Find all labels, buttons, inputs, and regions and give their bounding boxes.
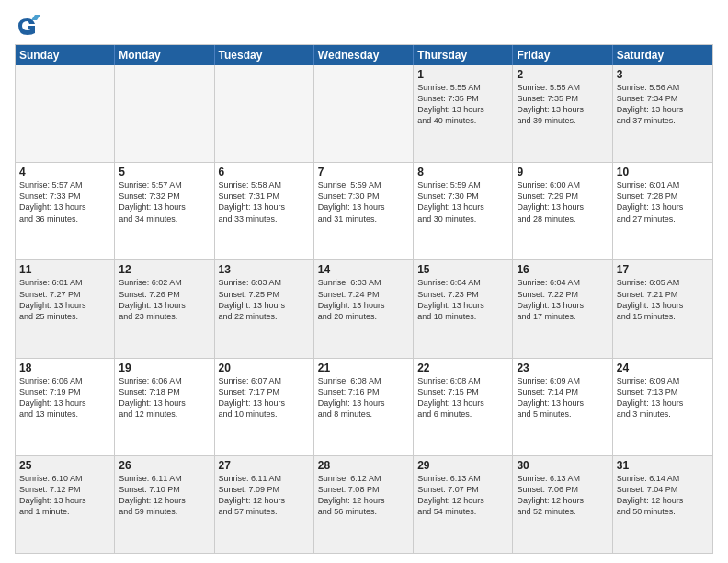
day-cell-5: 5Sunrise: 5:57 AM Sunset: 7:32 PM Daylig…	[115, 163, 214, 259]
day-info: Sunrise: 6:13 AM Sunset: 7:06 PM Dayligh…	[517, 473, 608, 518]
day-cell-17: 17Sunrise: 6:05 AM Sunset: 7:21 PM Dayli…	[613, 260, 712, 357]
day-cell-27: 27Sunrise: 6:11 AM Sunset: 7:09 PM Dayli…	[215, 456, 314, 553]
day-info: Sunrise: 6:04 AM Sunset: 7:22 PM Dayligh…	[517, 277, 608, 322]
empty-cell	[16, 65, 115, 162]
day-info: Sunrise: 6:11 AM Sunset: 7:09 PM Dayligh…	[219, 473, 310, 518]
weekday-header-thursday: Thursday	[414, 45, 513, 65]
day-info: Sunrise: 6:14 AM Sunset: 7:04 PM Dayligh…	[617, 473, 709, 518]
day-info: Sunrise: 6:08 AM Sunset: 7:15 PM Dayligh…	[417, 375, 508, 420]
weekday-header-monday: Monday	[115, 45, 214, 65]
day-cell-6: 6Sunrise: 5:58 AM Sunset: 7:31 PM Daylig…	[215, 163, 314, 259]
day-cell-21: 21Sunrise: 6:08 AM Sunset: 7:16 PM Dayli…	[314, 359, 414, 455]
day-cell-18: 18Sunrise: 6:06 AM Sunset: 7:19 PM Dayli…	[16, 359, 115, 455]
day-number: 20	[219, 362, 310, 374]
day-cell-24: 24Sunrise: 6:09 AM Sunset: 7:13 PM Dayli…	[613, 359, 712, 455]
day-number: 30	[517, 459, 608, 472]
day-number: 13	[219, 263, 310, 276]
day-cell-1: 1Sunrise: 5:55 AM Sunset: 7:35 PM Daylig…	[414, 65, 513, 162]
empty-cell	[314, 65, 414, 162]
day-cell-12: 12Sunrise: 6:02 AM Sunset: 7:26 PM Dayli…	[115, 260, 214, 357]
day-number: 23	[517, 362, 608, 374]
day-number: 5	[119, 166, 210, 178]
day-cell-3: 3Sunrise: 5:56 AM Sunset: 7:34 PM Daylig…	[613, 65, 712, 162]
day-cell-28: 28Sunrise: 6:12 AM Sunset: 7:08 PM Dayli…	[314, 456, 414, 553]
day-number: 15	[417, 263, 508, 276]
day-cell-16: 16Sunrise: 6:04 AM Sunset: 7:22 PM Dayli…	[513, 260, 612, 357]
weekday-header-friday: Friday	[513, 45, 612, 65]
calendar: SundayMondayTuesdayWednesdayThursdayFrid…	[15, 44, 713, 554]
day-number: 28	[318, 459, 409, 472]
weekday-header-saturday: Saturday	[613, 45, 712, 65]
weekday-header-tuesday: Tuesday	[215, 45, 314, 65]
day-info: Sunrise: 5:58 AM Sunset: 7:31 PM Dayligh…	[219, 179, 310, 224]
day-cell-23: 23Sunrise: 6:09 AM Sunset: 7:14 PM Dayli…	[513, 359, 612, 455]
day-cell-22: 22Sunrise: 6:08 AM Sunset: 7:15 PM Dayli…	[414, 359, 513, 455]
day-cell-15: 15Sunrise: 6:04 AM Sunset: 7:23 PM Dayli…	[414, 260, 513, 357]
day-info: Sunrise: 6:04 AM Sunset: 7:23 PM Dayligh…	[417, 277, 508, 322]
calendar-row-3: 18Sunrise: 6:06 AM Sunset: 7:19 PM Dayli…	[16, 358, 712, 455]
empty-cell	[215, 65, 314, 162]
day-info: Sunrise: 5:59 AM Sunset: 7:30 PM Dayligh…	[417, 179, 508, 224]
day-info: Sunrise: 6:06 AM Sunset: 7:19 PM Dayligh…	[19, 375, 110, 420]
day-info: Sunrise: 5:57 AM Sunset: 7:32 PM Dayligh…	[119, 179, 210, 224]
day-info: Sunrise: 5:55 AM Sunset: 7:35 PM Dayligh…	[417, 82, 508, 127]
day-info: Sunrise: 6:05 AM Sunset: 7:21 PM Dayligh…	[617, 277, 709, 322]
day-info: Sunrise: 6:12 AM Sunset: 7:08 PM Dayligh…	[318, 473, 409, 518]
day-info: Sunrise: 6:08 AM Sunset: 7:16 PM Dayligh…	[318, 375, 409, 420]
day-cell-14: 14Sunrise: 6:03 AM Sunset: 7:24 PM Dayli…	[314, 260, 414, 357]
day-info: Sunrise: 6:09 AM Sunset: 7:14 PM Dayligh…	[517, 375, 608, 420]
day-number: 17	[617, 263, 709, 276]
day-number: 8	[417, 166, 508, 178]
day-cell-31: 31Sunrise: 6:14 AM Sunset: 7:04 PM Dayli…	[613, 456, 712, 553]
day-number: 3	[617, 68, 709, 81]
logo	[15, 13, 44, 39]
day-number: 4	[19, 166, 110, 178]
day-number: 26	[119, 459, 210, 472]
day-number: 27	[219, 459, 310, 472]
day-number: 10	[617, 166, 709, 178]
day-cell-29: 29Sunrise: 6:13 AM Sunset: 7:07 PM Dayli…	[414, 456, 513, 553]
day-info: Sunrise: 5:55 AM Sunset: 7:35 PM Dayligh…	[517, 82, 608, 127]
day-number: 6	[219, 166, 310, 178]
day-number: 22	[417, 362, 508, 374]
day-cell-2: 2Sunrise: 5:55 AM Sunset: 7:35 PM Daylig…	[513, 65, 612, 162]
calendar-row-1: 4Sunrise: 5:57 AM Sunset: 7:33 PM Daylig…	[16, 162, 712, 259]
day-info: Sunrise: 6:13 AM Sunset: 7:07 PM Dayligh…	[417, 473, 508, 518]
day-info: Sunrise: 6:00 AM Sunset: 7:29 PM Dayligh…	[517, 179, 608, 224]
logo-icon	[15, 13, 40, 39]
day-info: Sunrise: 6:02 AM Sunset: 7:26 PM Dayligh…	[119, 277, 210, 322]
day-cell-20: 20Sunrise: 6:07 AM Sunset: 7:17 PM Dayli…	[215, 359, 314, 455]
day-cell-9: 9Sunrise: 6:00 AM Sunset: 7:29 PM Daylig…	[513, 163, 612, 259]
calendar-row-0: 1Sunrise: 5:55 AM Sunset: 7:35 PM Daylig…	[16, 65, 712, 162]
day-number: 16	[517, 263, 608, 276]
day-number: 1	[417, 68, 508, 81]
day-info: Sunrise: 6:07 AM Sunset: 7:17 PM Dayligh…	[219, 375, 310, 420]
day-number: 14	[318, 263, 409, 276]
day-number: 29	[417, 459, 508, 472]
day-number: 24	[617, 362, 709, 374]
day-info: Sunrise: 5:57 AM Sunset: 7:33 PM Dayligh…	[19, 179, 110, 224]
day-number: 18	[19, 362, 110, 374]
day-info: Sunrise: 6:09 AM Sunset: 7:13 PM Dayligh…	[617, 375, 709, 420]
calendar-body: 1Sunrise: 5:55 AM Sunset: 7:35 PM Daylig…	[16, 65, 712, 553]
day-info: Sunrise: 6:11 AM Sunset: 7:10 PM Dayligh…	[119, 473, 210, 518]
weekday-header-wednesday: Wednesday	[314, 45, 414, 65]
day-info: Sunrise: 6:01 AM Sunset: 7:27 PM Dayligh…	[19, 277, 110, 322]
day-info: Sunrise: 5:56 AM Sunset: 7:34 PM Dayligh…	[617, 82, 709, 127]
calendar-header: SundayMondayTuesdayWednesdayThursdayFrid…	[16, 45, 712, 65]
weekday-header-sunday: Sunday	[16, 45, 115, 65]
day-cell-10: 10Sunrise: 6:01 AM Sunset: 7:28 PM Dayli…	[613, 163, 712, 259]
day-info: Sunrise: 6:10 AM Sunset: 7:12 PM Dayligh…	[19, 473, 110, 518]
calendar-row-4: 25Sunrise: 6:10 AM Sunset: 7:12 PM Dayli…	[16, 455, 712, 553]
day-info: Sunrise: 6:06 AM Sunset: 7:18 PM Dayligh…	[119, 375, 210, 420]
day-number: 25	[19, 459, 110, 472]
day-cell-19: 19Sunrise: 6:06 AM Sunset: 7:18 PM Dayli…	[115, 359, 214, 455]
empty-cell	[115, 65, 214, 162]
day-cell-30: 30Sunrise: 6:13 AM Sunset: 7:06 PM Dayli…	[513, 456, 612, 553]
day-number: 2	[517, 68, 608, 81]
day-number: 11	[19, 263, 110, 276]
day-cell-8: 8Sunrise: 5:59 AM Sunset: 7:30 PM Daylig…	[414, 163, 513, 259]
day-info: Sunrise: 6:01 AM Sunset: 7:28 PM Dayligh…	[617, 179, 709, 224]
day-number: 19	[119, 362, 210, 374]
day-number: 7	[318, 166, 409, 178]
